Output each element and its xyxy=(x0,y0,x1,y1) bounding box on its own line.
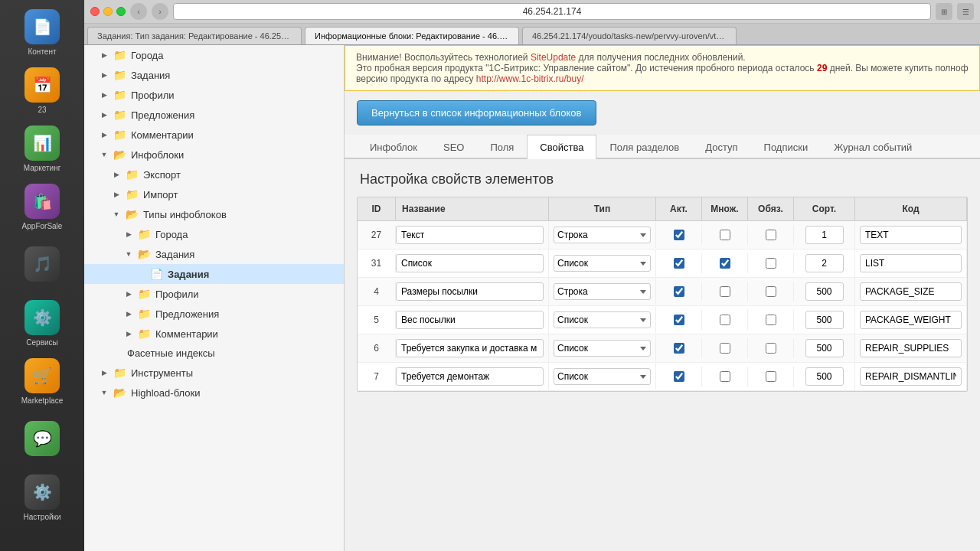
type-select[interactable]: СтрокаСписок xyxy=(554,311,651,328)
cell-required xyxy=(748,367,794,386)
active-checkbox[interactable] xyxy=(674,258,684,269)
sidebar-item-goroda-sub[interactable]: ▶ 📁 Города xyxy=(84,224,344,244)
sort-input[interactable] xyxy=(805,339,844,357)
sidebar-item-instrumenty[interactable]: ▶ 📁 Инструменты xyxy=(84,363,344,383)
sidebar-item-predlozheniya-top[interactable]: ▶ 📁 Предложения xyxy=(84,105,344,125)
services-app-icon[interactable]: ⚙️ Сервисы xyxy=(15,297,69,350)
sidebar-item-kommentarii-top[interactable]: ▶ 📁 Комментарии xyxy=(84,125,344,145)
browser-action-icon[interactable]: ⊞ xyxy=(936,3,952,20)
sidebar-label: Типы инфоблоков xyxy=(143,209,227,220)
active-checkbox[interactable] xyxy=(674,286,684,297)
browser-tab-1[interactable]: Информационные блоки: Редактирование - 4… xyxy=(305,27,519,44)
url-bar[interactable] xyxy=(173,3,931,20)
sidebar-item-profili-sub[interactable]: ▶ 📁 Профили xyxy=(84,284,344,304)
sidebar-item-fasetnye[interactable]: ▶ Фасетные индексы xyxy=(84,344,344,363)
required-checkbox[interactable] xyxy=(766,315,776,325)
required-checkbox[interactable] xyxy=(766,286,776,297)
marketplace-app-icon[interactable]: 🛒 Marketplace xyxy=(15,355,69,409)
multiple-checkbox[interactable] xyxy=(720,258,730,269)
appforsale-app-icon[interactable]: 🛍️ AppForSale xyxy=(15,181,69,234)
sidebar-item-export[interactable]: ▶ 📁 Экспорт xyxy=(84,165,344,184)
minimize-window-button[interactable] xyxy=(103,7,113,16)
music-app-icon[interactable]: 🎵 xyxy=(15,239,69,292)
maximize-window-button[interactable] xyxy=(116,7,126,16)
code-input[interactable] xyxy=(860,339,962,357)
properties-table: ID Название Тип Акт. Множ. Обяз. Сорт. К… xyxy=(357,197,968,392)
code-input[interactable] xyxy=(860,311,962,329)
active-checkbox[interactable] xyxy=(674,315,684,325)
sidebar-item-tipy-infoblokov[interactable]: ▼ 📂 Типы инфоблоков xyxy=(84,204,344,224)
cell-type: СтрокаСписок xyxy=(549,307,656,333)
type-select[interactable]: СтрокаСписок xyxy=(554,368,651,385)
name-input[interactable] xyxy=(396,311,544,329)
name-input[interactable] xyxy=(396,254,544,272)
type-select[interactable]: СтрокаСписок xyxy=(554,255,651,272)
content-app-icon[interactable]: 📄 Контент xyxy=(15,6,69,60)
multiple-checkbox[interactable] xyxy=(720,230,730,240)
sidebar-item-kommentarii-sub[interactable]: ▶ 📁 Комментарии xyxy=(84,324,344,344)
tab-podpiski[interactable]: Подписки xyxy=(751,135,822,159)
cell-name xyxy=(396,221,549,249)
sidebar-item-profili-top[interactable]: ▶ 📁 Профили xyxy=(84,85,344,105)
sort-input[interactable] xyxy=(805,282,844,301)
active-checkbox[interactable] xyxy=(674,343,684,354)
settings-app-icon[interactable]: ⚙️ Настройки xyxy=(15,471,69,525)
code-input[interactable] xyxy=(860,367,962,386)
sidebar-item-goroda[interactable]: ▶ 📁 Города xyxy=(84,45,344,65)
type-select[interactable]: СтрокаСписок xyxy=(554,227,651,243)
multiple-checkbox[interactable] xyxy=(720,371,730,382)
tab-polya-razdelov[interactable]: Поля разделов xyxy=(596,135,692,159)
sidebar-item-zadaniya-top[interactable]: ▶ 📁 Задания xyxy=(84,65,344,85)
required-checkbox[interactable] xyxy=(766,258,776,269)
back-nav-button[interactable]: ‹ xyxy=(130,3,147,20)
active-checkbox[interactable] xyxy=(674,230,684,240)
sort-input[interactable] xyxy=(805,226,844,244)
active-checkbox[interactable] xyxy=(674,371,684,382)
buy-link[interactable]: http://www.1c-bitrix.ru/buy/ xyxy=(476,73,584,84)
sidebar-item-infobloki[interactable]: ▼ 📂 Инфоблоки xyxy=(84,145,344,165)
name-input[interactable] xyxy=(396,339,544,357)
multiple-checkbox[interactable] xyxy=(720,343,730,354)
back-to-list-button[interactable]: Вернуться в список информационных блоков xyxy=(357,100,596,126)
tab-dostup[interactable]: Доступ xyxy=(692,135,750,159)
multiple-checkbox[interactable] xyxy=(720,315,730,325)
tab-zhurnal[interactable]: Журнал событий xyxy=(821,135,925,159)
browser-tab-2[interactable]: 46.254.21.174/youdo/tasks-new/pervvy-uro… xyxy=(522,27,737,44)
close-window-button[interactable] xyxy=(90,7,100,16)
browser-tab-0[interactable]: Задания: Тип задания: Редактирование - 4… xyxy=(87,27,302,44)
tab-infoblok[interactable]: Инфоблок xyxy=(357,135,430,159)
name-input[interactable] xyxy=(396,282,544,301)
sort-input[interactable] xyxy=(805,254,844,272)
sidebar-item-highload[interactable]: ▼ 📂 Highload-блоки xyxy=(84,383,344,403)
multiple-checkbox[interactable] xyxy=(720,286,730,297)
sort-input[interactable] xyxy=(805,311,844,329)
sidebar-item-zadaniya-sub[interactable]: ▼ 📂 Задания xyxy=(84,244,344,264)
messages-app-icon[interactable]: 💬 xyxy=(15,413,69,467)
tab-seo[interactable]: SEO xyxy=(430,135,477,159)
sidebar-item-import[interactable]: ▶ 📁 Импорт xyxy=(84,184,344,204)
required-checkbox[interactable] xyxy=(766,343,776,354)
forward-nav-button[interactable]: › xyxy=(152,3,168,20)
name-input[interactable] xyxy=(396,226,544,244)
browser-menu-icon[interactable]: ☰ xyxy=(957,3,974,20)
required-checkbox[interactable] xyxy=(766,371,776,382)
sort-input[interactable] xyxy=(805,367,844,386)
required-checkbox[interactable] xyxy=(766,230,776,240)
cell-name xyxy=(396,363,549,390)
sidebar-label: Инфоблоки xyxy=(131,149,184,161)
tab-polya[interactable]: Поля xyxy=(477,135,527,159)
marketing-app-icon[interactable]: 📊 Маркетинг xyxy=(15,122,69,176)
type-select[interactable]: СтрокаСписок xyxy=(554,283,651,300)
code-input[interactable] xyxy=(860,282,962,301)
siteupdate-link[interactable]: SiteUpdate xyxy=(531,52,576,63)
sidebar-item-predlozheniya-sub[interactable]: ▶ 📁 Предложения xyxy=(84,304,344,324)
type-select[interactable]: СтрокаСписок xyxy=(554,340,651,357)
tab-svoystva[interactable]: Свойства xyxy=(527,135,596,159)
expand-arrow-icon: ▶ xyxy=(100,90,109,99)
calendar-app-icon[interactable]: 📅 23 xyxy=(15,64,69,118)
sidebar-item-zadaniya-leaf[interactable]: ▶ 📄 Задания xyxy=(84,264,344,284)
code-input[interactable] xyxy=(860,254,962,272)
name-input[interactable] xyxy=(396,367,544,386)
table-row: 5 СтрокаСписок xyxy=(358,306,967,334)
code-input[interactable] xyxy=(860,226,962,244)
